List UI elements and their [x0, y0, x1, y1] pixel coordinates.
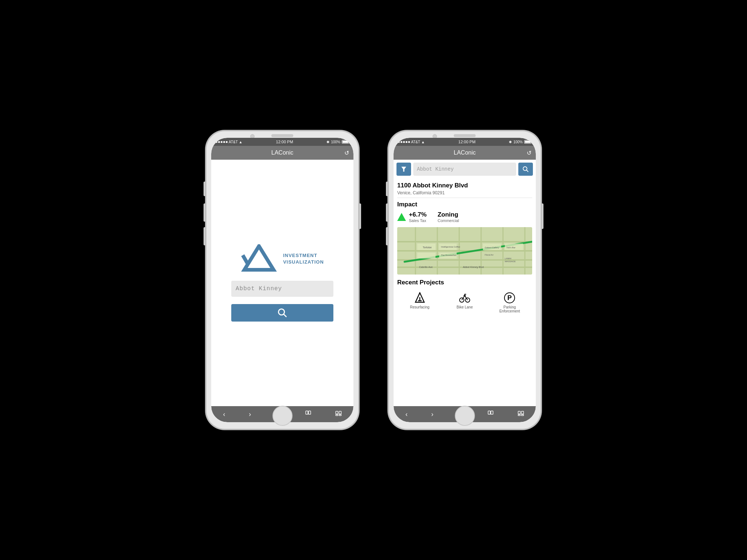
- screen-2-frame: AT&T ▲ 12:00 PM ✱ 100% LAConic ↺: [394, 138, 536, 422]
- carrier-2: AT&T: [411, 140, 420, 144]
- svg-line-4: [284, 314, 286, 317]
- impact-label: Sales Tax: [409, 218, 427, 223]
- refresh-icon-1[interactable]: ↺: [344, 149, 349, 156]
- screen2-body: 1100 Abbot Kinney Blvd Venice, Californi…: [394, 160, 536, 406]
- svg-text:Floral Arr: Floral Arr: [485, 254, 494, 256]
- project-resurfacing[interactable]: Resurfacing: [403, 292, 436, 313]
- search-input-1[interactable]: [231, 281, 333, 297]
- tagline-line1: INVESTMENT: [283, 252, 324, 259]
- volume-down: [204, 227, 205, 245]
- project-parking[interactable]: P Parking Enforcement: [493, 292, 526, 313]
- impact-title: Impact: [397, 201, 532, 208]
- search-icon-1: [277, 308, 287, 318]
- svg-rect-49: [488, 411, 490, 414]
- mute-switch-2: [386, 182, 388, 196]
- status-left-1: AT&T ▲: [216, 140, 243, 144]
- svg-text:Intelligentsia Coffee: Intelligentsia Coffee: [441, 246, 460, 248]
- mute-switch: [204, 182, 205, 196]
- svg-text:MASSAGE: MASSAGE: [505, 260, 516, 262]
- wifi-icon-2: ▲: [421, 140, 425, 144]
- bluetooth-icon-2: ✱: [509, 140, 512, 144]
- screen-2: AT&T ▲ 12:00 PM ✱ 100% LAConic ↺: [394, 138, 536, 422]
- svg-text:Hal's Bar: Hal's Bar: [507, 246, 515, 249]
- back-btn-1[interactable]: ‹: [219, 411, 229, 418]
- time-1: 12:00 PM: [276, 140, 293, 144]
- tabs-btn-2[interactable]: [514, 410, 528, 419]
- battery-fill-1: [342, 141, 348, 143]
- project-label-resurfacing: Resurfacing: [410, 305, 429, 309]
- signal-dots-2: [398, 141, 410, 143]
- search-button-2[interactable]: [518, 163, 533, 176]
- screen1-body: INVESTMENT VISUALIZATION: [211, 160, 353, 406]
- status-bar-1: AT&T ▲ 12:00 PM ✱ 100%: [211, 138, 353, 146]
- projects-items: Resurfacing: [397, 289, 532, 316]
- svg-rect-8: [339, 411, 341, 414]
- impact-row: +6.7% Sales Tax Zoning Commercial: [397, 211, 532, 223]
- volume-up-2: [386, 203, 388, 222]
- nav-title-2: LAConic: [454, 149, 476, 156]
- forward-btn-2[interactable]: ›: [427, 411, 437, 418]
- map-section[interactable]: Tortoise Intelligentsia Coffee The Roost…: [397, 227, 532, 275]
- bookmarks-btn-2[interactable]: [484, 410, 498, 419]
- map-svg: Tortoise Intelligentsia Coffee The Roost…: [397, 227, 532, 275]
- status-right-2: ✱ 100%: [509, 140, 531, 144]
- battery-text-2: 100%: [513, 140, 523, 144]
- impact-value-area: +6.7% Sales Tax: [409, 211, 427, 223]
- resurfacing-icon: [414, 292, 426, 304]
- time-2: 12:00 PM: [458, 140, 476, 144]
- dot5: [226, 141, 228, 143]
- svg-rect-53: [518, 415, 520, 416]
- svg-rect-9: [336, 415, 338, 416]
- search-row: [394, 160, 536, 179]
- svg-text:The Roosterfish: The Roosterfish: [441, 254, 456, 256]
- projects-title: Recent Projects: [397, 279, 532, 286]
- laconic-logo: [241, 244, 277, 273]
- projects-section: Recent Projects Resurfacing: [394, 277, 536, 318]
- battery-icon-2: [524, 140, 531, 144]
- home-button-1[interactable]: [272, 406, 293, 426]
- bike-lane-icon: [459, 292, 471, 304]
- battery-fill-2: [525, 141, 531, 143]
- zoning-item: Zoning Commercial: [438, 211, 459, 223]
- wifi-icon-1: ▲: [239, 140, 243, 144]
- status-left-2: AT&T ▲: [398, 140, 425, 144]
- up-arrow-icon: [397, 213, 406, 221]
- dot2: [218, 141, 220, 143]
- screen-1-frame: AT&T ▲ 12:00 PM ✱ 100% LAConic ↺: [211, 138, 353, 422]
- svg-text:Gebert Gallery: Gebert Gallery: [485, 246, 499, 249]
- svg-rect-7: [336, 411, 338, 414]
- search-input-2[interactable]: [413, 163, 516, 176]
- zoning-value: Commercial: [438, 218, 459, 223]
- home-button-2[interactable]: [455, 406, 475, 426]
- svg-text:Tortoise: Tortoise: [423, 246, 432, 249]
- back-btn-2[interactable]: ‹: [402, 411, 411, 418]
- svg-rect-51: [518, 411, 520, 414]
- battery-text-1: 100%: [331, 140, 340, 144]
- address-sub: Venice, California 90291: [397, 190, 532, 195]
- project-bike-lane[interactable]: Bike Lane: [448, 292, 481, 313]
- separator-1: [397, 198, 532, 198]
- logo-area: INVESTMENT VISUALIZATION: [241, 244, 324, 273]
- svg-rect-54: [521, 415, 523, 416]
- svg-marker-11: [401, 167, 406, 171]
- search-button-1[interactable]: [231, 304, 333, 322]
- impact-item-sales-tax: +6.7% Sales Tax: [397, 211, 427, 223]
- bookmarks-btn-1[interactable]: [301, 410, 315, 419]
- address-section: 1100 Abbot Kinney Blvd Venice, Californi…: [394, 179, 536, 197]
- refresh-icon-2[interactable]: ↺: [527, 149, 531, 156]
- svg-rect-50: [491, 411, 493, 414]
- phone-2: AT&T ▲ 12:00 PM ✱ 100% LAConic ↺: [388, 131, 541, 429]
- battery-icon-1: [342, 140, 349, 144]
- project-label-bike: Bike Lane: [457, 305, 473, 309]
- svg-text:Abbot Kinney Blvd: Abbot Kinney Blvd: [463, 266, 484, 269]
- tabs-btn-1[interactable]: [332, 410, 345, 419]
- forward-btn-1[interactable]: ›: [245, 411, 255, 418]
- impact-percent: +6.7%: [409, 211, 427, 218]
- search-icon-2: [522, 166, 529, 172]
- svg-text:Cabrillo Ave: Cabrillo Ave: [419, 266, 433, 268]
- filter-button[interactable]: [396, 163, 411, 176]
- project-label-parking: Parking Enforcement: [493, 305, 526, 313]
- signal-dots: [216, 141, 228, 143]
- dot3: [221, 141, 222, 143]
- phone-1: AT&T ▲ 12:00 PM ✱ 100% LAConic ↺: [206, 131, 359, 429]
